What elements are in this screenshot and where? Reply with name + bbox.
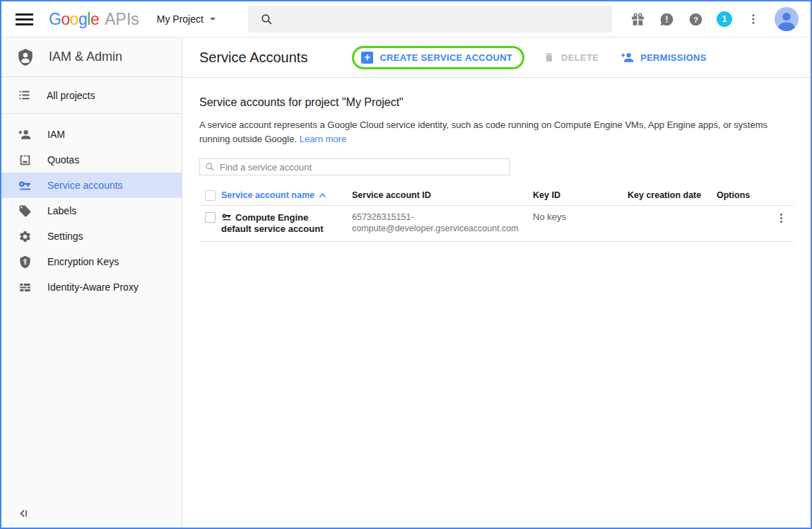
column-header-service-account-id[interactable]: Service account ID	[352, 190, 533, 200]
notifications-badge[interactable]: 1	[717, 11, 732, 27]
sidebar-title: IAM & Admin	[49, 50, 122, 64]
page-content: Service accounts for project "My Project…	[182, 78, 811, 242]
person-add-icon	[620, 50, 635, 64]
label-tag-icon	[18, 204, 32, 218]
help-glyph: ?	[693, 14, 698, 24]
project-selector-label: My Project	[157, 13, 204, 25]
topbar-search-input[interactable]	[248, 6, 612, 33]
collapse-sidebar-icon[interactable]	[18, 507, 30, 520]
gear-icon	[18, 230, 32, 243]
sort-ascending-icon	[319, 192, 326, 199]
row-checkbox[interactable]	[205, 212, 216, 223]
service-account-name: Compute Engine default service account	[221, 212, 324, 234]
plus-square-icon: +	[361, 52, 373, 64]
sidebar-nav: IAM Quotas	[1, 114, 182, 300]
create-service-account-label: CREATE SERVICE ACCOUNT	[379, 52, 512, 63]
delete-button[interactable]: DELETE	[543, 52, 599, 63]
service-account-name-cell: Compute Engine default service account	[221, 211, 352, 235]
service-accounts-table: Service account name Service account ID …	[199, 185, 794, 242]
select-all-checkbox[interactable]	[205, 190, 216, 201]
list-icon	[18, 88, 31, 102]
sidebar-item-service-accounts[interactable]: Service accounts	[1, 173, 182, 198]
sidebar: IAM & Admin All projects	[1, 37, 182, 528]
person-icon	[775, 7, 799, 31]
permissions-label: PERMISSIONS	[640, 52, 707, 63]
topbar: G o o g l e APIs My Project	[1, 1, 811, 37]
sidebar-item-settings[interactable]: Settings	[1, 223, 182, 249]
sidebar-item-quotas[interactable]: Quotas	[1, 147, 182, 173]
column-header-key-id[interactable]: Key ID	[533, 190, 628, 200]
notification-count: 1	[722, 14, 727, 24]
delete-label: DELETE	[561, 52, 599, 63]
search-icon	[260, 13, 273, 26]
logo-letter: g	[78, 10, 87, 29]
column-header-key-creation-date[interactable]: Key creation date	[628, 190, 717, 200]
table-header-row: Service account name Service account ID …	[199, 185, 794, 206]
topbar-right-icons: ? 1	[630, 7, 799, 31]
column-header-options: Options	[717, 190, 794, 200]
service-account-key-icon	[221, 211, 232, 222]
trash-icon	[543, 52, 555, 63]
person-add-icon	[18, 127, 32, 141]
sidebar-header: IAM & Admin	[1, 37, 182, 77]
sidebar-item-label: All projects	[47, 90, 95, 101]
chevron-down-icon	[210, 18, 216, 23]
sidebar-item-identity-aware-proxy[interactable]: Identity-Aware Proxy	[1, 274, 182, 300]
description-body: A service account represents a Google Cl…	[199, 120, 767, 144]
key-id-cell: No keys	[533, 211, 628, 223]
find-service-account-input[interactable]	[220, 162, 505, 173]
sidebar-item-label: Identity-Aware Proxy	[47, 281, 139, 293]
proxy-wall-icon	[18, 281, 32, 294]
main-panel: Service Accounts + CREATE SERVICE ACCOUN…	[182, 37, 811, 528]
user-avatar[interactable]	[775, 7, 799, 31]
find-service-account-search	[199, 158, 510, 175]
sidebar-item-label: Labels	[47, 205, 76, 216]
service-account-id-cell: 657326315151-compute@developer.gservicea…	[352, 211, 533, 234]
logo-letter: o	[61, 10, 69, 29]
iam-shield-person-icon	[16, 48, 35, 66]
logo-letter: G	[49, 10, 61, 29]
description-text: A service account represents a Google Cl…	[199, 118, 794, 146]
sidebar-item-label: IAM	[47, 129, 65, 140]
logo-suffix: APIs	[105, 10, 139, 29]
menu-icon[interactable]	[16, 13, 33, 25]
project-selector[interactable]: My Project	[157, 13, 216, 25]
permissions-button[interactable]: PERMISSIONS	[620, 50, 707, 64]
shield-key-icon	[18, 255, 32, 269]
sidebar-item-label: Quotas	[47, 154, 79, 165]
column-header-service-account-name[interactable]: Service account name	[221, 190, 352, 200]
help-icon[interactable]: ?	[688, 11, 703, 27]
sidebar-item-labels[interactable]: Labels	[1, 198, 182, 223]
quotas-icon	[18, 153, 32, 167]
search-icon	[205, 162, 215, 172]
section-heading: Service accounts for project "My Project…	[199, 96, 794, 109]
service-account-key-icon	[18, 178, 32, 192]
sidebar-item-iam[interactable]: IAM	[1, 122, 182, 147]
table-row: Compute Engine default service account 6…	[199, 206, 794, 242]
row-options-menu-icon[interactable]	[775, 212, 787, 224]
sidebar-item-all-projects[interactable]: All projects	[1, 77, 182, 114]
page-header: Service Accounts + CREATE SERVICE ACCOUN…	[182, 37, 811, 78]
logo-letter: o	[70, 10, 78, 29]
feedback-icon[interactable]	[659, 11, 674, 27]
sidebar-item-label: Settings	[47, 231, 83, 242]
sidebar-item-label: Encryption Keys	[47, 256, 119, 267]
table-body: Compute Engine default service account 6…	[199, 206, 794, 242]
sidebar-item-label: Service accounts	[47, 180, 123, 191]
google-apis-logo: G o o g l e APIs	[49, 10, 139, 29]
page-shell: IAM & Admin All projects	[1, 37, 811, 528]
more-vertical-icon[interactable]	[746, 11, 761, 27]
gift-icon[interactable]	[630, 11, 645, 27]
page-title: Service Accounts	[199, 50, 307, 66]
logo-letter: e	[90, 10, 99, 29]
app-window: G o o g l e APIs My Project	[1, 1, 811, 528]
create-service-account-button[interactable]: + CREATE SERVICE ACCOUNT	[352, 46, 524, 69]
learn-more-link[interactable]: Learn more	[300, 134, 346, 144]
sidebar-item-encryption-keys[interactable]: Encryption Keys	[1, 249, 182, 274]
